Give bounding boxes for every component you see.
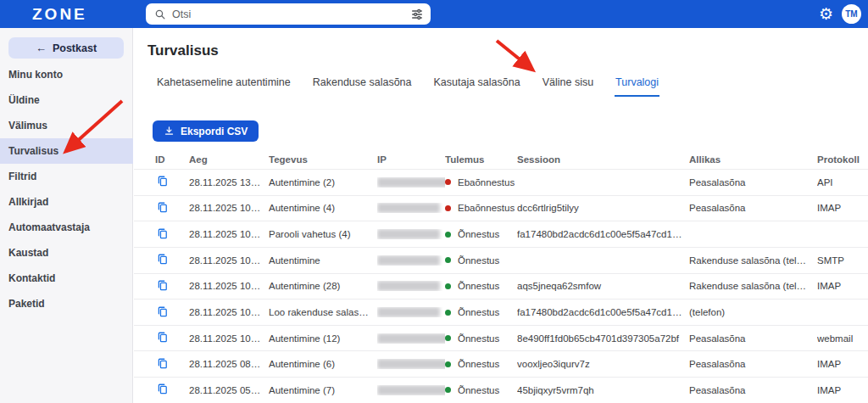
row-id-cell [155,357,189,372]
sidebar-item-kontaktid[interactable]: Kontaktid [0,266,133,291]
row-result: Õnnestus [445,307,517,317]
avatar[interactable]: TM [842,4,861,24]
status-dot-success [445,310,451,316]
redacted-ip-blur [377,333,445,344]
back-button-label: Postkast [53,42,97,54]
row-result: Õnnestus [445,385,517,395]
export-csv-button[interactable]: Ekspordi CSV [153,120,259,142]
table-row: 28.11.2025 10:50Autentimine (4)Ebaõnnest… [134,196,868,222]
page-title: Turvalisus [147,42,219,59]
tab-kahetasemeline-autentimine[interactable]: Kahetasemeline autentimine [156,75,292,95]
row-session: 8e490ff1fd0b65cb4701d397305a72bf [517,333,689,344]
download-icon [164,126,175,137]
row-source: (telefon) [689,307,817,317]
search-bar[interactable] [146,3,431,25]
result-label: Õnnestus [458,307,499,317]
row-time: 28.11.2025 10:50 [189,203,269,213]
row-time: 28.11.2025 10:40 [189,255,269,266]
row-id-cell [155,331,189,345]
main-content: Turvalisus Kahetasemeline autentimineRak… [134,28,868,403]
tab-rakenduse-salas-na[interactable]: Rakenduse salasõna [312,75,413,95]
status-dot-fail [445,205,451,211]
row-id-cell [155,201,189,215]
sidebar-item-filtrid[interactable]: Filtrid [0,164,133,189]
row-time: 28.11.2025 05:14 [189,385,269,395]
export-csv-label: Ekspordi CSV [181,126,248,137]
sidebar-item-v-limus[interactable]: Välimus [0,113,133,138]
row-ip-redacted [377,229,445,239]
copy-id-icon[interactable] [155,175,169,188]
tab-kasutaja-salas-na[interactable]: Kasutaja salasõna [433,75,521,95]
row-protocol: IMAP [817,359,868,369]
row-protocol: SMTP [817,255,868,266]
row-session: dcc6rtlrig5tilyy [517,203,689,213]
row-result: Ebaõnnestus [445,177,517,188]
status-dot-success [445,361,451,367]
result-label: Õnnestus [458,281,499,291]
redacted-ip-blur [377,177,445,188]
row-protocol: API [817,177,868,188]
sidebar-item-allkirjad[interactable]: Allkirjad [0,189,133,215]
tab-bar: Kahetasemeline autentimineRakenduse sala… [156,75,659,98]
column-header-allikas: Allikas [689,154,817,165]
row-session: aqs5jneqa62smfow [517,281,689,291]
back-arrow-icon: ← [36,42,47,54]
result-label: Õnnestus [458,359,499,369]
result-label: Õnnestus [458,333,499,344]
row-ip-redacted [377,359,445,369]
column-header-id: ID [155,154,189,165]
table-body: 28.11.2025 13:28Autentimine (2)Ebaõnnest… [134,170,868,403]
row-ip-redacted [377,385,445,395]
table-row: 28.11.2025 13:28Autentimine (2)Ebaõnnest… [134,170,868,196]
copy-id-icon[interactable] [155,383,169,396]
search-icon [154,8,166,20]
column-header-protokoll: Protokoll [817,154,868,165]
table-row: 28.11.2025 10:43Parooli vahetus (4)Õnnes… [134,221,868,248]
sidebar-item-minu-konto[interactable]: Minu konto [0,62,133,87]
row-source: Peasalasõna [689,333,817,344]
sidebar-item-paketid[interactable]: Paketid [0,291,133,316]
row-result: Ebaõnnestus [445,203,517,213]
column-header-ip: IP [377,154,445,165]
settings-gear-icon[interactable]: ⚙ [819,6,833,22]
row-id-cell [155,383,189,397]
row-ip-redacted [377,281,445,291]
copy-id-icon[interactable] [155,201,169,215]
copy-id-icon[interactable] [155,331,169,344]
tab-turvalogi[interactable]: Turvalogi [615,75,659,97]
row-event: Parooli vahetus (4) [269,229,377,239]
back-to-postkast-button[interactable]: ← Postkast [8,37,124,59]
copy-id-icon[interactable] [155,279,169,293]
table-row: 28.11.2025 10:40AutentimineÕnnestusRaken… [134,248,868,274]
copy-id-icon[interactable] [155,253,169,266]
row-session: 45bjiqxyr5vrm7qh [517,385,689,395]
sidebar-item-kaustad[interactable]: Kaustad [0,240,133,266]
copy-id-icon[interactable] [155,357,169,371]
copy-id-icon[interactable] [155,305,169,319]
result-label: Õnnestus [458,255,499,266]
filter-tune-icon[interactable] [410,8,424,21]
row-time: 28.11.2025 10:40 [189,281,269,291]
zone-logo[interactable]: ZONE [32,0,87,28]
copy-id-icon[interactable] [155,227,169,241]
status-dot-success [445,335,451,341]
sidebar-item-automaatvastaja[interactable]: Automaatvastaja [0,215,133,240]
row-time: 28.11.2025 13:28 [189,177,269,188]
row-result: Õnnestus [445,255,517,266]
sidebar-item-ldine[interactable]: Üldine [0,87,133,113]
row-id-cell [155,175,189,189]
row-event: Autentimine (4) [269,203,377,213]
search-input[interactable] [172,8,410,20]
row-session: fa17480bd2acdc6d1c00e5f5a47cd1de [517,229,689,239]
row-result: Õnnestus [445,281,517,291]
tab-v-line-sisu[interactable]: Väline sisu [542,75,594,95]
row-event: Autentimine (7) [269,385,377,395]
row-event: Loo rakenduse salasõna [269,307,377,317]
row-session: vooxljeo3iqurv7z [517,359,689,369]
row-protocol: IMAP [817,385,868,395]
row-ip-redacted [377,333,445,344]
table-row: 28.11.2025 10:24Autentimine (12)Õnnestus… [134,326,868,352]
status-dot-fail [445,179,451,185]
sidebar-item-turvalisus[interactable]: Turvalisus [0,138,133,164]
sidebar-menu: Minu kontoÜldineVälimusTurvalisusFiltrid… [0,62,133,316]
